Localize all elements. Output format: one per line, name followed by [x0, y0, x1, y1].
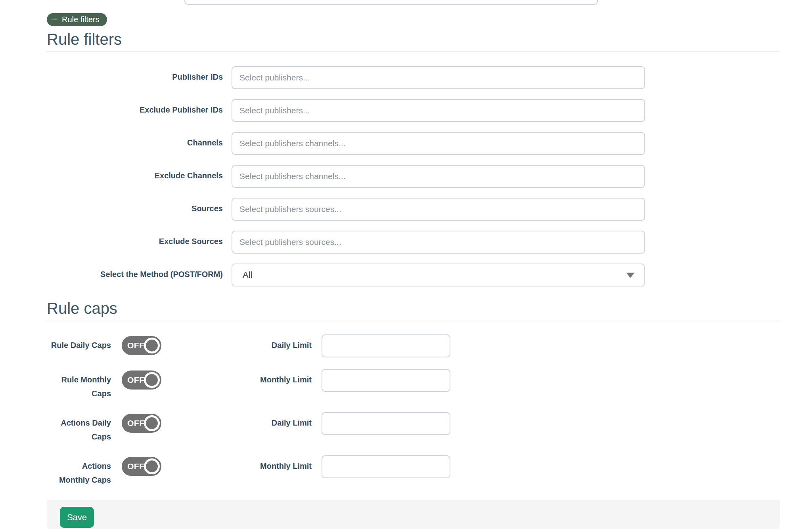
actions-monthly-caps-row: Actions Monthly Caps OFF Monthly Limit [47, 455, 780, 487]
actions-monthly-caps-toggle[interactable]: OFF [122, 457, 161, 476]
publisher-ids-label: Publisher IDs [47, 66, 232, 84]
toggle-knob [144, 372, 160, 388]
rule-monthly-caps-label: Rule Monthly Caps [47, 369, 111, 401]
rule-daily-caps-label: Rule Daily Caps [47, 334, 111, 352]
publisher-ids-row: Publisher IDs [47, 66, 780, 89]
sources-row: Sources [47, 198, 780, 221]
exclude-sources-label: Exclude Sources [47, 231, 232, 248]
exclude-publisher-ids-input[interactable] [232, 99, 645, 122]
section-divider [47, 51, 780, 52]
monthly-limit-label: Monthly Limit [161, 455, 312, 473]
exclude-channels-row: Exclude Channels [47, 165, 780, 188]
save-button[interactable]: Save [60, 507, 94, 528]
exclude-publisher-ids-label: Exclude Publisher IDs [47, 99, 232, 117]
sources-label: Sources [47, 198, 232, 216]
method-label: Select the Method (POST/FORM) [47, 264, 232, 281]
exclude-sources-input[interactable] [232, 231, 645, 254]
rule-caps-heading: Rule caps [47, 298, 780, 318]
badge-label: Rule filters [62, 15, 99, 24]
rule-caps-section: Rule Daily Caps OFF Daily Limit Rule Mon… [47, 334, 780, 487]
rule-daily-caps-toggle[interactable]: OFF [122, 336, 161, 355]
method-select-value: All [243, 270, 252, 280]
toggle-knob [144, 338, 160, 353]
actions-daily-caps-toggle[interactable]: OFF [122, 414, 161, 433]
rule-monthly-limit-input[interactable] [322, 369, 450, 392]
rule-filters-section: Publisher IDs Exclude Publisher IDs Chan… [47, 66, 780, 286]
toggle-knob [144, 415, 160, 431]
exclude-sources-row: Exclude Sources [47, 231, 780, 254]
actions-daily-caps-label: Actions Daily Caps [47, 412, 111, 444]
method-row: Select the Method (POST/FORM) All [47, 264, 780, 286]
toggle-off-label: OFF [127, 341, 145, 350]
daily-limit-label: Daily Limit [161, 412, 312, 430]
chevron-down-icon [626, 273, 635, 278]
method-select[interactable]: All [232, 264, 645, 286]
rule-filters-collapse-badge[interactable]: − Rule filters [47, 13, 107, 26]
channels-label: Channels [47, 132, 232, 150]
actions-daily-limit-input[interactable] [322, 412, 450, 435]
exclude-channels-label: Exclude Channels [47, 165, 232, 183]
toggle-off-label: OFF [127, 418, 145, 428]
rule-monthly-caps-toggle[interactable]: OFF [122, 370, 161, 390]
actions-daily-caps-row: Actions Daily Caps OFF Daily Limit [47, 412, 780, 444]
publisher-ids-input[interactable] [232, 66, 645, 89]
channels-input[interactable] [232, 132, 645, 155]
sources-input[interactable] [232, 198, 645, 221]
section-divider [47, 321, 780, 321]
toggle-knob [144, 458, 160, 474]
rule-monthly-caps-row: Rule Monthly Caps OFF Monthly Limit [47, 369, 780, 401]
actions-monthly-limit-input[interactable] [322, 455, 450, 478]
rule-daily-caps-row: Rule Daily Caps OFF Daily Limit [47, 334, 780, 357]
rule-form: − Rule filters Rule filters Publisher ID… [47, 0, 780, 529]
actions-monthly-caps-label: Actions Monthly Caps [47, 455, 111, 487]
daily-limit-label: Daily Limit [161, 334, 312, 352]
toggle-off-label: OFF [127, 375, 145, 385]
rule-filters-heading: Rule filters [47, 30, 780, 49]
minus-icon: − [52, 14, 57, 24]
monthly-limit-label: Monthly Limit [161, 369, 312, 387]
toggle-off-label: OFF [127, 462, 145, 471]
channels-row: Channels [47, 132, 780, 155]
form-footer: Save [47, 500, 780, 529]
exclude-channels-input[interactable] [232, 165, 645, 188]
rule-daily-limit-input[interactable] [322, 334, 450, 357]
exclude-publisher-ids-row: Exclude Publisher IDs [47, 99, 780, 122]
